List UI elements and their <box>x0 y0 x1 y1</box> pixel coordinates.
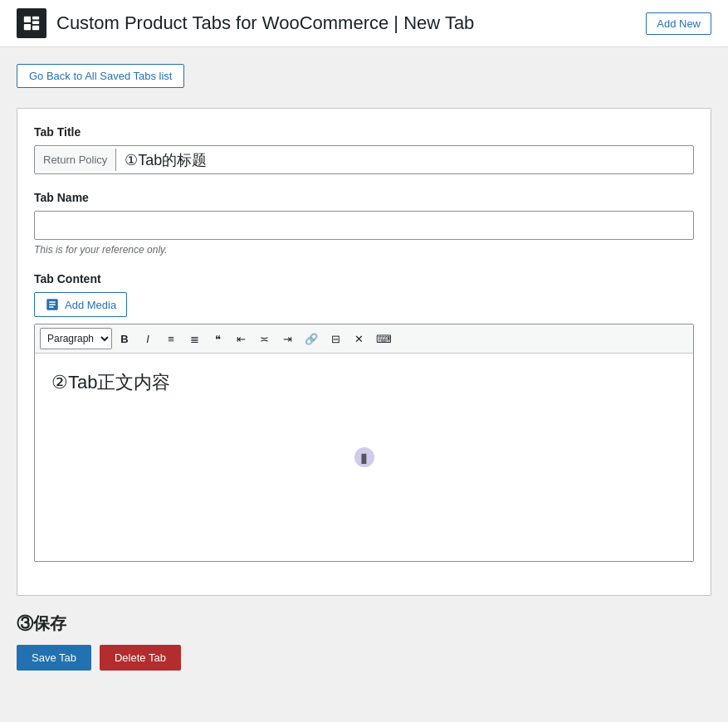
delete-tab-button[interactable]: Delete Tab <box>100 645 181 671</box>
tab-title-field[interactable] <box>116 146 693 173</box>
tab-title-label: Tab Title <box>34 125 694 139</box>
editor-content-text: ②Tab正文内容 <box>51 372 170 393</box>
toolbar-table-button[interactable]: ⊟ <box>325 328 346 349</box>
save-heading: ③保存 <box>17 612 711 635</box>
save-tab-button[interactable]: Save Tab <box>17 645 91 671</box>
toolbar-italic-button[interactable]: I <box>137 328 159 349</box>
back-button[interactable]: Go Back to All Saved Tabs list <box>17 64 184 88</box>
toolbar-fullscreen-button[interactable]: ✕ <box>348 328 369 349</box>
tab-content-label: Tab Content <box>34 272 694 285</box>
save-section: ③保存 Save Tab Delete Tab <box>17 596 711 679</box>
toolbar-keyboard-button[interactable]: ⌨ <box>371 328 397 349</box>
page-title: Custom Product Tabs for WooCommerce | Ne… <box>56 12 474 34</box>
svg-rect-2 <box>32 21 39 24</box>
toolbar-blockquote-button[interactable]: ❝ <box>207 328 228 349</box>
add-new-button[interactable]: Add New <box>646 12 711 35</box>
editor-content-area[interactable]: ②Tab正文内容 ▮ <box>35 354 693 561</box>
page-wrapper: Custom Product Tabs for WooCommerce | Ne… <box>0 0 728 722</box>
add-media-icon <box>45 297 60 312</box>
svg-rect-4 <box>32 26 39 31</box>
tab-name-hint: This is for your reference only. <box>34 244 694 256</box>
header-bar: Custom Product Tabs for WooCommerce | Ne… <box>0 0 728 47</box>
tab-title-group: Tab Title Return Policy <box>34 125 694 174</box>
form-section: Tab Title Return Policy Tab Name This is… <box>17 108 711 596</box>
tab-title-prefix: Return Policy <box>35 149 116 171</box>
plugin-icon-svg <box>22 14 41 32</box>
toolbar-bold-button[interactable]: B <box>114 328 135 349</box>
tab-content-group: Tab Content Add Media Paragraph B <box>34 272 694 562</box>
toolbar-ol-button[interactable]: ≣ <box>183 328 205 349</box>
toolbar-ul-button[interactable]: ≡ <box>160 328 182 349</box>
plugin-icon <box>17 8 46 38</box>
button-row: Save Tab Delete Tab <box>17 645 711 671</box>
toolbar-link-button[interactable]: 🔗 <box>300 328 323 349</box>
editor-toolbar: Paragraph B I ≡ ≣ ❝ ⇤ ≍ ⇥ 🔗 ⊟ ✕ ⌨ <box>35 324 693 354</box>
toolbar-align-right-button[interactable]: ⇥ <box>276 328 298 349</box>
add-media-button[interactable]: Add Media <box>34 292 127 317</box>
svg-rect-1 <box>32 17 39 20</box>
editor-wrapper: Paragraph B I ≡ ≣ ❝ ⇤ ≍ ⇥ 🔗 ⊟ ✕ ⌨ <box>34 324 694 562</box>
tab-name-field[interactable] <box>34 211 694 240</box>
toolbar-align-left-button[interactable]: ⇤ <box>230 328 252 349</box>
content-area: Go Back to All Saved Tabs list Tab Title… <box>0 47 728 695</box>
add-media-label: Add Media <box>65 299 116 311</box>
tab-name-label: Tab Name <box>34 191 694 204</box>
svg-rect-3 <box>24 24 31 30</box>
header-left: Custom Product Tabs for WooCommerce | Ne… <box>17 8 474 38</box>
tab-title-input-wrapper: Return Policy <box>34 145 694 174</box>
cursor-indicator: ▮ <box>354 447 374 467</box>
svg-rect-0 <box>24 17 31 22</box>
tab-name-group: Tab Name This is for your reference only… <box>34 191 694 256</box>
toolbar-align-center-button[interactable]: ≍ <box>253 328 275 349</box>
paragraph-select[interactable]: Paragraph <box>40 328 112 349</box>
